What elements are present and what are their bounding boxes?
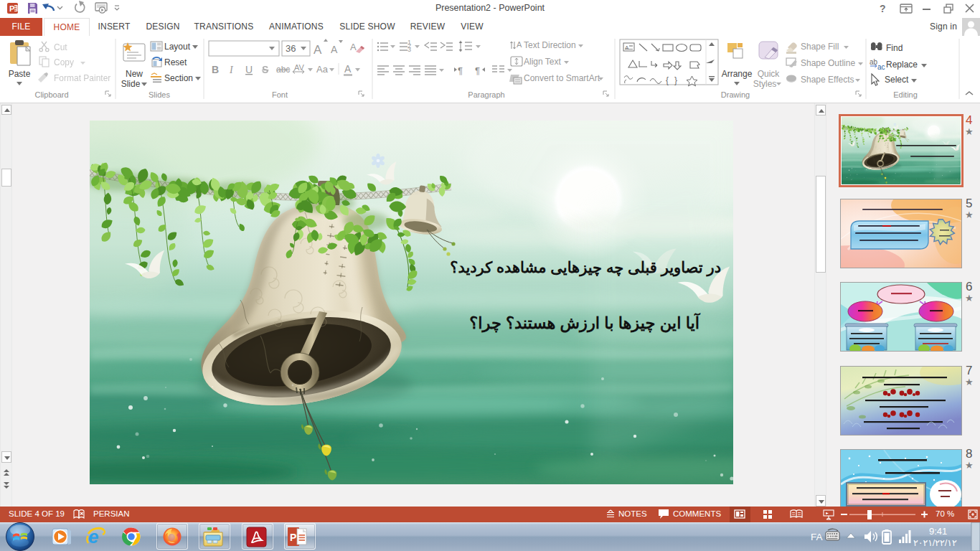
- svg-text:Text Direction: Text Direction: [524, 40, 576, 50]
- svg-text:Arrange: Arrange: [722, 69, 753, 79]
- svg-text:Layout: Layout: [164, 42, 191, 52]
- svg-text:Cut: Cut: [54, 42, 67, 52]
- svg-text:Section: Section: [164, 73, 193, 83]
- svg-text:Select: Select: [885, 75, 909, 85]
- svg-text:Copy: Copy: [54, 57, 74, 67]
- svg-text:Quick: Quick: [758, 69, 781, 79]
- svg-text:Shape Outline: Shape Outline: [801, 58, 855, 68]
- svg-text:¶: ¶: [475, 65, 480, 76]
- svg-text:Replace: Replace: [886, 60, 918, 70]
- svg-text:9:41: 9:41: [929, 526, 947, 537]
- svg-text:3: 3: [407, 46, 411, 53]
- svg-text:ac: ac: [877, 63, 885, 71]
- svg-text:P: P: [9, 4, 14, 13]
- svg-text:B: B: [212, 64, 219, 75]
- svg-text:Drawing: Drawing: [721, 90, 750, 99]
- svg-text:{: {: [666, 75, 669, 85]
- svg-text:U: U: [245, 64, 253, 75]
- svg-text:?: ?: [880, 3, 886, 14]
- svg-text:New: New: [126, 69, 143, 79]
- svg-text:Paragraph: Paragraph: [468, 90, 504, 99]
- svg-text:}: }: [674, 75, 677, 85]
- svg-text:A: A: [331, 44, 338, 55]
- svg-text:Clipboard: Clipboard: [34, 90, 68, 99]
- svg-text:FA: FA: [811, 532, 823, 542]
- svg-text:I: I: [229, 65, 234, 75]
- svg-text:Aa: Aa: [316, 64, 329, 75]
- svg-text:Find: Find: [886, 43, 903, 53]
- svg-text:Editing: Editing: [893, 90, 918, 99]
- svg-text:A: A: [314, 43, 322, 57]
- svg-text:P: P: [290, 532, 296, 543]
- svg-text:Paste: Paste: [9, 69, 31, 79]
- svg-text:Convert to SmartArt: Convert to SmartArt: [524, 73, 600, 83]
- svg-text:36: 36: [286, 43, 296, 54]
- svg-text:¶: ¶: [458, 65, 463, 76]
- svg-text:Slide: Slide: [121, 79, 141, 89]
- svg-text:S: S: [262, 64, 268, 75]
- svg-text:Reset: Reset: [164, 57, 187, 67]
- svg-text:Shape Effects: Shape Effects: [801, 75, 854, 85]
- svg-text:A: A: [350, 42, 357, 52]
- svg-text:Align Text: Align Text: [524, 57, 561, 67]
- svg-text:A: A: [625, 44, 629, 51]
- svg-text:Styles: Styles: [753, 79, 777, 89]
- svg-text:Slides: Slides: [149, 90, 170, 99]
- svg-text:A: A: [517, 40, 522, 49]
- svg-text:Font: Font: [272, 90, 288, 99]
- svg-text:Shape Fill: Shape Fill: [801, 42, 839, 52]
- svg-text:۲۰۲۱/۲۲/۱۲: ۲۰۲۱/۲۲/۱۲: [913, 538, 957, 548]
- svg-text:ab: ab: [870, 58, 878, 66]
- svg-text:A: A: [344, 63, 352, 75]
- svg-text:Format Painter: Format Painter: [54, 73, 110, 83]
- svg-text:abc: abc: [276, 65, 290, 75]
